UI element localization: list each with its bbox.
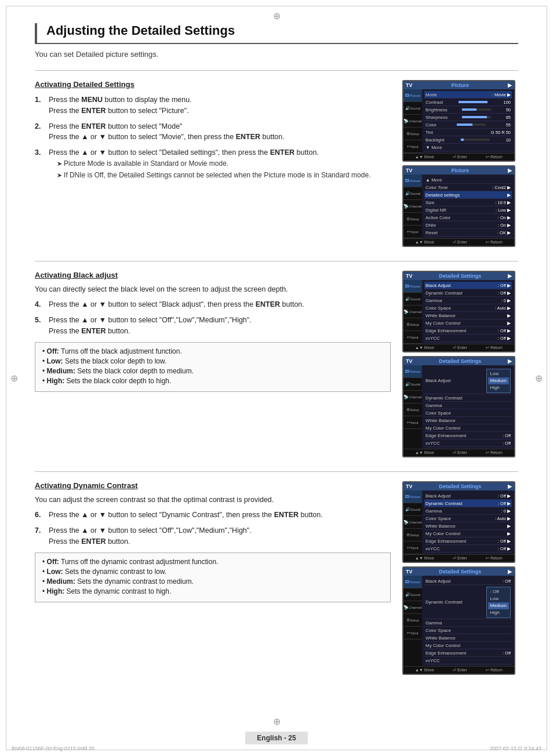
- step-3: 3. Press the ▲ or ▼ button to select "De…: [35, 147, 391, 180]
- popup-high: High: [488, 384, 509, 391]
- steps-dynamic: 6. Press the ▲ or ▼ button to select "Dy…: [35, 510, 391, 547]
- note-1: Picture Mode is available in Standard or…: [49, 158, 391, 169]
- popup-dyn-off: : Off: [488, 588, 509, 595]
- step-2: 2. Press the ENTER button to select "Mod…: [35, 121, 391, 143]
- popup-dyn-low: Low: [488, 595, 509, 602]
- footer-bottom: BN68-01156F-00-Eng-0215.indd 25 2007-02-…: [12, 746, 541, 751]
- tv-popup-dynamic: : Off Low Medium High: [486, 587, 511, 618]
- step-1: 1. Press the MENU button to display the …: [35, 94, 391, 117]
- step-5: 5. Press the ▲ or ▼ button to select "Of…: [35, 315, 391, 337]
- popup-medium: Medium: [488, 377, 509, 384]
- footer-date: 2007-02-15 ⊡ 9:24:43: [490, 746, 541, 751]
- steps-detailed: 1. Press the MENU button to display the …: [35, 94, 391, 180]
- footer-label: English - 25: [245, 732, 307, 744]
- step-4: 4. Press the ▲ or ▼ button to select "Bl…: [35, 299, 391, 310]
- step-6: 6. Press the ▲ or ▼ button to select "Dy…: [35, 510, 391, 521]
- page-footer: English - 25: [0, 732, 553, 744]
- step-7: 7. Press the ▲ or ▼ button to select "Of…: [35, 525, 391, 547]
- footer-file: BN68-01156F-00-Eng-0215.indd 25: [12, 746, 94, 751]
- steps-black: 4. Press the ▲ or ▼ button to select "Bl…: [35, 299, 391, 336]
- popup-dyn-high: High: [488, 609, 509, 616]
- note-2: If DNIe is Off, the Detailed Settings ca…: [49, 170, 391, 180]
- tv-popup-black: Low Medium High: [486, 369, 511, 393]
- popup-dyn-medium: Medium: [488, 602, 509, 609]
- popup-low: Low: [488, 370, 509, 377]
